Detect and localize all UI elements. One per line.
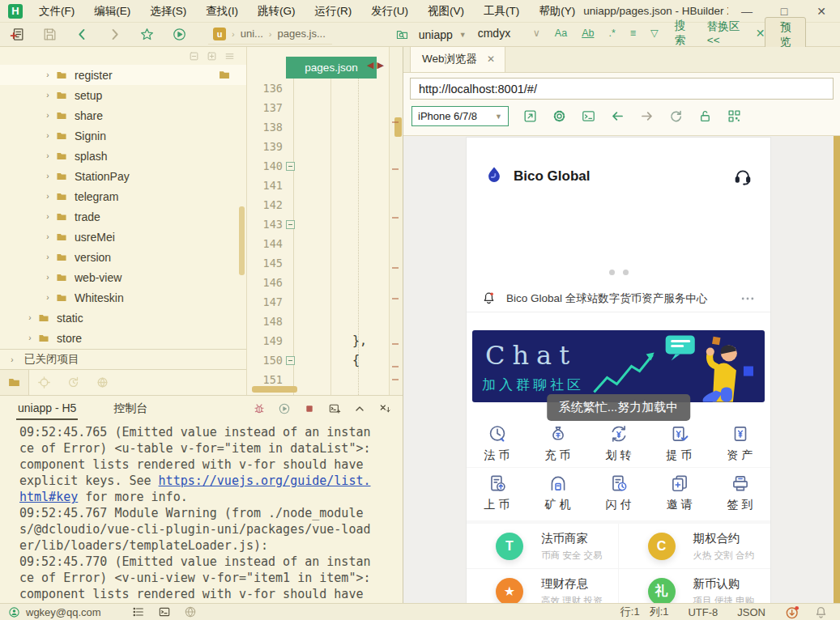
chat-banner[interactable]: Chat 加入群聊社区 [472, 330, 765, 402]
forward-arrow-icon[interactable] [639, 108, 655, 124]
devtools-icon[interactable] [581, 108, 596, 124]
tree-item-splash[interactable]: ›splash [0, 146, 246, 166]
tree-item-version[interactable]: ›version [0, 247, 246, 267]
code-line-148[interactable]: 148 [247, 312, 389, 331]
tree-item-stationpay[interactable]: ›StationPay [0, 166, 246, 186]
breadcrumb-file[interactable]: pages.js... [278, 28, 326, 40]
code-line-146[interactable]: 146 [247, 273, 389, 292]
menu-s[interactable]: 选择(S) [142, 2, 194, 21]
panel-tab-history-dim-icon[interactable] [58, 370, 87, 395]
tree-item-static[interactable]: ›static [0, 308, 246, 328]
code-line-138[interactable]: 138 [247, 117, 389, 137]
notice-bar[interactable]: Bico Global 全球站数字货币资产服务中心 [467, 285, 770, 312]
regex-icon[interactable]: .* [608, 28, 615, 39]
panel-tab-folder-tab-icon[interactable] [0, 370, 29, 395]
tree-item-whiteskin[interactable]: ›Whiteskin [0, 287, 246, 308]
quick-action-doc-clock[interactable]: 闪 付 [588, 468, 649, 516]
back-arrow-icon[interactable] [610, 108, 625, 124]
quick-action-invite-plus[interactable]: 邀 请 [649, 468, 710, 516]
account-person-icon[interactable] [8, 606, 20, 618]
locate-folder-icon[interactable] [217, 69, 232, 81]
code-line-142[interactable]: 142 [247, 195, 389, 214]
tree-item-telegram[interactable]: ›telegram [0, 186, 246, 206]
chevron-down-icon[interactable]: ∨ [533, 27, 540, 39]
star-icon[interactable] [139, 27, 155, 42]
qrcode-icon[interactable] [727, 108, 742, 124]
close-button[interactable]: ✕ [803, 1, 840, 22]
terminal-plus-icon[interactable] [328, 402, 341, 415]
tab-scroll-arrows[interactable]: ◀▶ [367, 60, 387, 70]
code-line-143[interactable]: 143 [247, 214, 389, 234]
code-line-144[interactable]: 144 [247, 234, 389, 253]
carousel-dots[interactable] [467, 270, 770, 275]
search-button[interactable]: 搜索 [675, 19, 691, 48]
filetype-indicator[interactable]: JSON [737, 606, 765, 618]
code-line-136[interactable]: 136 [247, 79, 389, 98]
code-area[interactable]: 1361371381391401411421431441451461471481… [247, 79, 389, 395]
editor-tab-pagesjson[interactable]: pages.json [286, 57, 377, 79]
feature-card[interactable]: ★理财存息高效 理财 投资 [467, 569, 619, 603]
search-input[interactable]: cmdyx [478, 27, 530, 40]
refresh-icon[interactable] [668, 108, 684, 124]
debug-icon[interactable] [253, 402, 266, 415]
encoding-indicator[interactable]: UTF-8 [688, 606, 718, 618]
close-down-icon[interactable] [378, 402, 391, 415]
preview-scrollbar[interactable] [834, 136, 840, 603]
code-line-140[interactable]: 140 [247, 156, 389, 176]
feature-card[interactable]: 礼新币认购项目 便捷 申购 [619, 569, 771, 603]
cursor-col[interactable]: 列:1 [650, 605, 669, 619]
console-tab-kongzhitai[interactable]: 控制台 [112, 397, 149, 420]
menu-e[interactable]: 编辑(E) [86, 2, 139, 21]
quick-action-miner[interactable]: 矿 机 [527, 468, 588, 516]
console-tab-uniapp-h5[interactable]: uniapp - H5 [16, 397, 78, 420]
menu-g[interactable]: 跳转(G) [249, 2, 304, 21]
quick-action-checkin-stamp[interactable]: 签 到 [710, 468, 770, 516]
overview-ruler[interactable] [389, 47, 403, 395]
open-external-icon[interactable] [522, 108, 538, 124]
account-email[interactable]: wgkey@qq.com [26, 606, 101, 618]
editor-hscrollbar[interactable] [252, 386, 297, 393]
tree-item-register[interactable]: ›register [0, 65, 246, 85]
code-line-147[interactable]: 147 [247, 292, 389, 312]
fold-marker-icon[interactable] [286, 220, 295, 229]
feature-card[interactable]: C期权合约火热 交割 合约 [619, 524, 771, 569]
tree-item-share[interactable]: ›share [0, 105, 246, 125]
tree-scrollbar[interactable] [239, 206, 245, 275]
code-line-137[interactable]: 137 [247, 98, 389, 117]
feature-card[interactable]: T法币商家币商 安全 交易 [467, 524, 619, 569]
tree-item-web-view[interactable]: ›web-view [0, 267, 246, 287]
fold-marker-icon[interactable] [286, 162, 295, 171]
cursor-line[interactable]: 行:1 [620, 605, 640, 619]
back-icon[interactable] [75, 27, 90, 42]
tree-item-usremei[interactable]: ›usreMei [0, 227, 246, 247]
collapse-icon[interactable] [353, 402, 366, 415]
code-line-145[interactable]: 145 [247, 253, 389, 273]
update-icon[interactable] [785, 605, 800, 620]
tree-item-trade[interactable]: ›trade [0, 206, 246, 227]
settings-icon[interactable] [552, 108, 567, 124]
breadcrumb-project[interactable]: uni... [241, 28, 263, 40]
editor-vscrollbar[interactable] [394, 117, 402, 137]
closed-projects-row[interactable]: › 已关闭项目 [0, 349, 246, 369]
more-dots-icon[interactable] [740, 291, 756, 307]
menu-r[interactable]: 运行(R) [307, 2, 360, 21]
match-case-icon[interactable]: Aa [555, 28, 567, 39]
breadcrumb[interactable]: u › uni... › pages.js... [208, 25, 332, 45]
fold-marker-icon[interactable] [286, 356, 295, 365]
code-line-150[interactable]: 150{ [247, 350, 389, 370]
panel-tab-debug-dim-icon[interactable] [29, 370, 58, 395]
run-icon[interactable] [172, 27, 187, 42]
tree-item-setup[interactable]: ›setup [0, 85, 246, 105]
customer-service-headset-icon[interactable] [733, 167, 753, 186]
search-in-project-icon[interactable] [395, 27, 409, 42]
restart-icon[interactable] [278, 402, 291, 415]
tree-item-store[interactable]: ›store [0, 328, 246, 348]
quick-action-clock-yen[interactable]: 法 币 [467, 419, 527, 468]
code-line-139[interactable]: 139 [247, 137, 389, 156]
url-bar[interactable] [410, 78, 834, 100]
list-lines-icon[interactable] [132, 605, 145, 618]
url-input[interactable] [419, 83, 825, 96]
bell-gray-icon[interactable] [813, 605, 829, 620]
menu-f[interactable]: 文件(F) [31, 2, 83, 21]
quick-action-transfer-yen[interactable]: 划 转 [588, 419, 649, 468]
